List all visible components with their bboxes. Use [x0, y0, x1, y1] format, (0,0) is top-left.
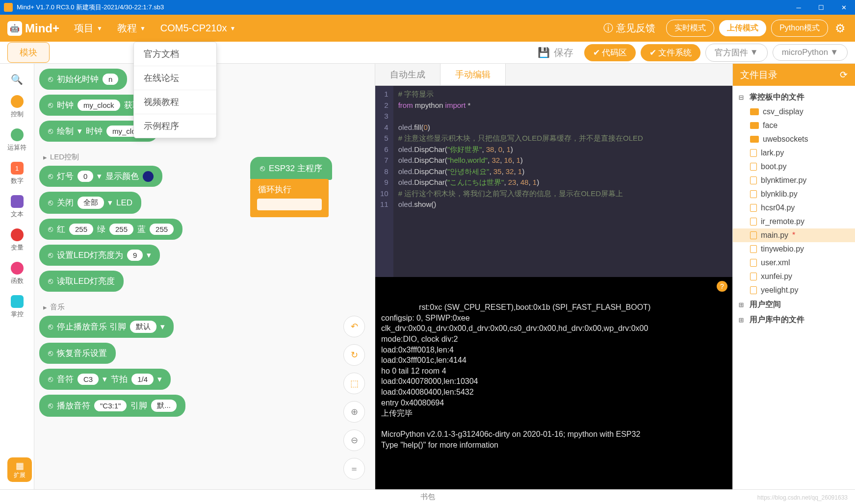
block-reset-music[interactable]: ⎋ 恢复音乐设置: [39, 343, 116, 364]
menu-tutorial[interactable]: 教程▼: [117, 22, 146, 35]
info-icon: ⓘ: [603, 22, 613, 35]
block-read-brightness[interactable]: ⎋ 读取LED灯亮度: [39, 271, 124, 292]
block-stop-music[interactable]: ⎋ 停止播放音乐 引脚 默认▾: [39, 316, 174, 338]
refresh-icon[interactable]: ⟳: [840, 69, 848, 80]
tree-file[interactable]: boot.py: [733, 160, 855, 174]
canvas[interactable]: ⎋ ESP32 主程序 循环执行: [250, 157, 332, 217]
block-note[interactable]: ⎋ 音符 C3▾ 节拍 1/4▾: [39, 369, 171, 390]
tutorial-dropdown: 官方文档 在线论坛 视频教程 示例程序: [133, 42, 217, 138]
block-close-led[interactable]: ⎋ 关闭 全部▾ LED: [39, 192, 141, 214]
folder-icon: [750, 108, 759, 115]
logo-icon: 🤖: [7, 21, 22, 36]
tree-root[interactable]: ⊟ 掌控板中的文件: [733, 90, 855, 105]
cat-text[interactable]: 文本: [0, 190, 34, 224]
firmware-select[interactable]: 官方固件▼: [705, 44, 768, 62]
code-area-button[interactable]: ✔代码区: [584, 44, 636, 61]
dropdown-video[interactable]: 视频教程: [134, 90, 216, 114]
tree-file[interactable]: user.xml: [733, 256, 855, 270]
search-icon: 🔍: [11, 74, 23, 85]
tree-folder[interactable]: face: [733, 119, 855, 132]
dropdown-examples[interactable]: 示例程序: [134, 114, 216, 138]
color-dot[interactable]: [143, 171, 154, 182]
mode-python[interactable]: Python模式: [771, 20, 828, 37]
section-music: ▸ 音乐: [43, 302, 370, 312]
cat-search[interactable]: 🔍: [0, 69, 34, 90]
tree-folder[interactable]: uwebsockets: [733, 132, 855, 146]
maximize-button[interactable]: ☐: [810, 0, 832, 15]
settings-icon[interactable]: ⚙: [833, 21, 848, 36]
cat-variables[interactable]: 变量: [0, 224, 34, 257]
dropdown-docs[interactable]: 官方文档: [134, 42, 216, 66]
zoom-out-button[interactable]: ⊖: [343, 429, 365, 451]
tree-file[interactable]: blynktimer.py: [733, 174, 855, 187]
file-icon: [750, 190, 757, 198]
zoom-reset-button[interactable]: ＝: [343, 458, 365, 479]
tree-file[interactable]: xunfei.py: [733, 270, 855, 283]
logo: 🤖 Mind+: [7, 21, 59, 36]
footer[interactable]: 书包: [0, 489, 855, 504]
hat-block[interactable]: ⎋ ESP32 主程序: [250, 157, 332, 180]
feedback-link[interactable]: ⓘ意见反馈: [603, 22, 655, 35]
terminal-text: rst:0xc (SW_CPU_RESET),boot:0x1b (SPI_FA…: [381, 303, 650, 449]
zoom-in-button[interactable]: ⊕: [343, 401, 365, 423]
tree-userlib[interactable]: ⊞ 用户库中的文件: [733, 312, 855, 328]
folder-icon: [750, 136, 759, 143]
terminal[interactable]: ? rst:0xc (SW_CPU_RESET),boot:0x1b (SPI_…: [375, 277, 732, 489]
tree-folder[interactable]: csv_display: [733, 105, 855, 119]
redo-button[interactable]: ↻: [343, 344, 365, 366]
cat-number[interactable]: 1数字: [0, 157, 34, 190]
minimize-button[interactable]: ─: [787, 0, 810, 15]
window-controls: ─ ☐ ✕: [787, 0, 855, 15]
cat-functions[interactable]: 函数: [0, 257, 34, 290]
mode-upload[interactable]: 上传模式: [719, 20, 766, 36]
filesystem-button[interactable]: ✔文件系统: [641, 44, 700, 61]
close-button[interactable]: ✕: [832, 0, 855, 15]
block-play-note[interactable]: ⎋ 播放音符 "C3:1" 引脚 默...: [39, 395, 185, 417]
titlebar: Mind+ V1.7.0 RC3.0 新建项目-2021/4/30-22:1:7…: [0, 0, 855, 15]
dropdown-forum[interactable]: 在线论坛: [134, 66, 216, 90]
menu-port[interactable]: COM5-CP210x▼: [160, 23, 236, 34]
watermark: https://blog.csdn.net/qq_26091633: [757, 494, 848, 501]
right-panel: 自动生成 手动编辑 1234567891011 # 字符显示 from mpyt…: [375, 64, 855, 489]
loop-block[interactable]: 循环执行: [250, 179, 329, 217]
block-led-num[interactable]: ⎋ 灯号 0▾ 显示颜色: [39, 166, 162, 187]
file-icon: [750, 218, 757, 226]
code-lines[interactable]: # 字符显示 from mpython import * oled.fill(0…: [393, 86, 648, 277]
cat-control[interactable]: 控制: [0, 90, 34, 124]
tree-file[interactable]: blynklib.py: [733, 187, 855, 201]
code-panel: 自动生成 手动编辑 1234567891011 # 字符显示 from mpyt…: [375, 64, 732, 489]
save-button[interactable]: 💾保存: [532, 44, 579, 61]
menu-project[interactable]: 项目▼: [74, 22, 103, 35]
tree-file[interactable]: lark.py: [733, 146, 855, 160]
cat-operators[interactable]: 运算符: [0, 124, 34, 157]
tree-file[interactable]: main.py *: [733, 228, 855, 242]
file-icon: [750, 273, 757, 280]
tab-manual[interactable]: 手动编辑: [440, 64, 506, 85]
block-rgb[interactable]: ⎋ 红 255 绿 255 蓝 255: [39, 219, 182, 240]
tree-file[interactable]: yeelight.py: [733, 283, 855, 297]
cat-board[interactable]: 掌控: [0, 290, 34, 324]
tree-file[interactable]: hcsr04.py: [733, 201, 855, 215]
menubar: 🤖 Mind+ 项目▼ 教程▼ COM5-CP210x▼ ⓘ意见反馈 实时模式 …: [0, 15, 855, 42]
mode-realtime[interactable]: 实时模式: [666, 20, 714, 37]
undo-button[interactable]: ↶: [343, 316, 365, 337]
titlebar-text: Mind+ V1.7.0 RC3.0 新建项目-2021/4/30-22:1:7…: [17, 3, 787, 12]
block-init-clock[interactable]: ⎋ 初始化时钟 n: [39, 69, 127, 90]
runtime-select[interactable]: microPython▼: [773, 44, 848, 61]
crop-button[interactable]: ⬚: [343, 373, 365, 394]
app-icon: [4, 3, 13, 12]
file-icon: [750, 286, 757, 294]
tab-auto[interactable]: 自动生成: [375, 64, 440, 85]
tree-userspace[interactable]: ⊞ 用户空间: [733, 297, 855, 312]
file-icon: [750, 163, 757, 171]
tab-blocks[interactable]: 模块: [7, 42, 50, 63]
file-panel: 文件目录 ⟳ ⊟ 掌控板中的文件csv_displayfaceuwebsocke…: [732, 64, 855, 489]
block-set-brightness[interactable]: ⎋ 设置LED灯亮度为 9▾: [39, 245, 160, 266]
terminal-help-icon[interactable]: ?: [717, 281, 727, 292]
file-tree: ⊟ 掌控板中的文件csv_displayfaceuwebsocketslark.…: [733, 86, 855, 489]
extension-button[interactable]: ▦扩展: [7, 457, 32, 482]
file-icon: [750, 245, 757, 253]
tree-file[interactable]: tinywebio.py: [733, 242, 855, 256]
tree-file[interactable]: ir_remote.py: [733, 215, 855, 228]
code-editor[interactable]: 1234567891011 # 字符显示 from mpython import…: [375, 86, 732, 277]
